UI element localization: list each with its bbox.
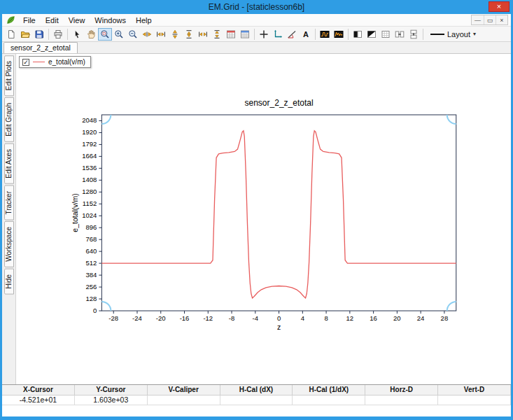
x-tick-label: 28 (441, 314, 449, 322)
side-tab-edit-graph[interactable]: Edit Graph (4, 97, 14, 142)
data-table-icon (226, 29, 236, 39)
shrink-vertical-icon (184, 29, 194, 39)
split-vertical-icon (409, 29, 419, 39)
zoom-window-button[interactable] (98, 28, 112, 41)
window-title: EM.Grid - [staticlesson6b] (209, 2, 304, 12)
x-tick-label: 16 (370, 314, 377, 322)
mdi-window-controls: —▭× (471, 15, 508, 25)
fit-horizontal-button[interactable] (196, 28, 210, 41)
waveform-fft-button[interactable] (332, 28, 346, 41)
line-style-icon (430, 34, 444, 35)
data-table-button[interactable] (224, 28, 238, 41)
x-tick-label: 4 (301, 314, 304, 322)
zoom-in-button[interactable] (112, 28, 126, 41)
x-tick-label: -12 (203, 314, 213, 322)
y-tick-label: 0 (93, 307, 97, 314)
close-child-button[interactable]: × (496, 15, 507, 24)
restore-child-button[interactable]: ▭ (484, 15, 496, 24)
menu-help[interactable]: Help (131, 15, 157, 25)
crosshair-button[interactable] (257, 28, 271, 41)
document-tab-bar: sensor_2_z_etotal (2, 42, 511, 54)
y-tick-label: 1024 (82, 211, 97, 219)
minimize-child-button[interactable]: — (472, 15, 484, 24)
y-tick-label: 640 (85, 247, 97, 255)
x-tick-label: 0 (277, 314, 281, 322)
toolbar-separator (254, 29, 255, 40)
data-grid-button[interactable] (238, 28, 252, 41)
print-icon (53, 29, 63, 39)
stretch-vertical-button[interactable] (168, 28, 182, 41)
x-tick-label: -24 (132, 314, 142, 322)
menu-view[interactable]: View (64, 15, 90, 25)
split-vertical-button[interactable] (407, 28, 421, 41)
status-headers-row: X-CursorY-CursorV-CaliperH-Cal (dX)H-Cal… (2, 385, 511, 396)
side-tab-edit-plots[interactable]: Edit Plots (4, 55, 14, 96)
close-icon: × (497, 2, 501, 11)
toolbar-separator (315, 29, 316, 40)
axes-button[interactable] (271, 28, 285, 41)
legend: ✓ e_total(v/m) (19, 56, 91, 68)
bottom-filler (2, 405, 511, 416)
shrink-vertical-button[interactable] (182, 28, 196, 41)
waveform-fft-icon (334, 29, 344, 39)
save-file-icon (34, 29, 44, 39)
zoom-out-button[interactable] (126, 28, 140, 41)
shrink-horizontal-button[interactable] (154, 28, 168, 41)
grid-toggle-button[interactable] (379, 28, 393, 41)
y-tick-label: 1536 (82, 164, 97, 172)
slope-measure-button[interactable] (285, 28, 299, 41)
y-tick-label: 1920 (82, 128, 97, 136)
y-tick-label: 1280 (82, 188, 97, 195)
plot-area[interactable]: sensor_2_z_etotal01282563845126407688961… (16, 54, 511, 384)
side-tab-tracker[interactable]: Tracker (4, 186, 14, 220)
new-document-button[interactable] (4, 28, 18, 41)
x-tick-label: 8 (324, 314, 328, 322)
tab-sensor-2-z-etotal[interactable]: sensor_2_z_etotal (3, 42, 78, 53)
menu-file[interactable]: File (18, 15, 41, 25)
corner-handle[interactable] (447, 302, 456, 311)
axes-icon (273, 29, 283, 39)
text-annotation-button[interactable]: A (299, 28, 313, 41)
black-white-icon (367, 29, 377, 39)
status-value-y-cursor: 1.603e+03 (75, 396, 148, 405)
svg-text:A: A (303, 30, 309, 38)
corner-handle[interactable] (447, 115, 456, 124)
zoom-window-icon (100, 29, 110, 39)
close-button[interactable]: × (489, 1, 510, 12)
grid-toggle-icon (381, 29, 391, 39)
text-annotation-icon: A (301, 29, 311, 39)
y-tick-label: 896 (85, 223, 97, 231)
black-white-button[interactable] (365, 28, 379, 41)
invert-colors-button[interactable] (351, 28, 365, 41)
layout-dropdown-button[interactable]: Layout▾ (426, 28, 481, 41)
split-horizontal-button[interactable] (393, 28, 407, 41)
pan-hand-icon (86, 29, 96, 39)
select-cursor-button[interactable] (70, 28, 84, 41)
zoom-out-icon (128, 29, 138, 39)
menu-edit[interactable]: Edit (41, 15, 64, 25)
open-file-button[interactable] (18, 28, 32, 41)
save-file-button[interactable] (32, 28, 46, 41)
status-header-v-caliper: V-Caliper (148, 385, 220, 396)
data-grid-icon (240, 29, 250, 39)
x-tick-label: 12 (346, 314, 354, 322)
title-bar: EM.Grid - [staticlesson6b] × (0, 0, 513, 14)
fit-vertical-button[interactable] (210, 28, 224, 41)
y-tick-label: 128 (85, 295, 97, 302)
x-tick-label: 24 (417, 314, 425, 322)
print-button[interactable] (51, 28, 65, 41)
waveform-display-button[interactable] (318, 28, 332, 41)
side-tab-workspace[interactable]: Workspace (4, 221, 14, 267)
menu-windows[interactable]: Windows (90, 15, 131, 25)
side-tab-hide[interactable]: Hide (4, 269, 14, 295)
crosshair-icon (259, 29, 269, 39)
y-tick-label: 1792 (82, 140, 97, 148)
pan-hand-button[interactable] (84, 28, 98, 41)
corner-handle[interactable] (101, 115, 111, 124)
corner-handle[interactable] (101, 302, 111, 311)
toolbar-separator (67, 29, 68, 40)
legend-checkbox[interactable]: ✓ (22, 59, 29, 66)
side-tab-edit-axes[interactable]: Edit Axes (4, 144, 14, 184)
x-tick-label: -16 (180, 314, 190, 322)
stretch-horizontal-button[interactable] (140, 28, 154, 41)
